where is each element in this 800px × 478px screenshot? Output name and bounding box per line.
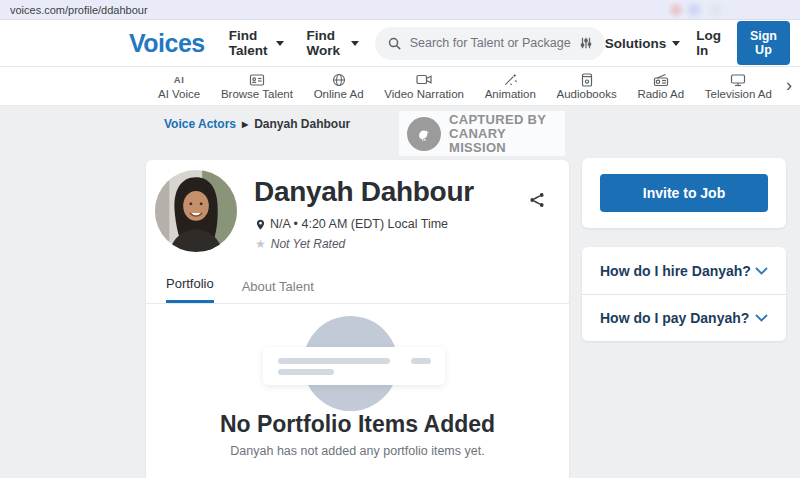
star-icon: ★	[255, 237, 266, 251]
voices-profile-page: voices.com/profile/ddahbour Voices Find …	[0, 0, 800, 478]
category-animation[interactable]: Animation	[485, 72, 536, 100]
search-bar[interactable]	[375, 27, 605, 60]
filter-sliders-icon[interactable]	[579, 36, 593, 50]
rating-line: ★ Not Yet Rated	[255, 237, 345, 251]
voices-logo[interactable]: Voices	[129, 29, 205, 58]
ai-voice-icon: AI	[174, 72, 185, 87]
tab-about-talent[interactable]: About Talent	[242, 279, 314, 303]
breadcrumb: Voice Actors ▶ Danyah Dahbour	[164, 117, 350, 131]
radio-icon	[653, 72, 669, 87]
category-radio-ad[interactable]: Radio Ad	[637, 72, 684, 100]
category-television-ad[interactable]: Television Ad	[705, 72, 772, 100]
caret-down-icon	[351, 41, 359, 46]
book-icon	[581, 72, 593, 87]
location-pin-icon	[255, 218, 266, 231]
watermark-line1: CAPTURED BY	[449, 113, 557, 127]
browser-url-bar[interactable]: voices.com/profile/ddahbour	[0, 0, 800, 20]
empty-state-subtitle: Danyah has not added any portfolio items…	[146, 444, 569, 458]
breadcrumb-current: Danyah Dahbour	[254, 117, 350, 131]
faq-card: How do I hire Danyah? How do I pay Danya…	[582, 247, 786, 341]
sign-up-button[interactable]: Sign Up	[737, 21, 790, 65]
empty-state-title: No Portfolio Items Added	[146, 411, 569, 438]
share-icon[interactable]	[529, 192, 545, 208]
talent-name: Danyah Dahbour	[254, 176, 474, 208]
globe-icon	[332, 72, 346, 87]
url-text[interactable]: voices.com/profile/ddahbour	[10, 4, 148, 16]
chevron-right-icon[interactable]: ›	[786, 76, 792, 96]
invite-card: Invite to Job	[582, 158, 786, 228]
breadcrumb-voice-actors[interactable]: Voice Actors	[164, 117, 236, 131]
faq-how-do-i-pay[interactable]: How do I pay Danyah?	[582, 294, 786, 341]
site-header: Voices Find Talent Find Work	[0, 20, 800, 67]
avatar[interactable]	[155, 170, 237, 252]
id-card-icon	[249, 72, 265, 87]
profile-tabs: Portfolio About Talent	[146, 272, 569, 304]
category-online-ad[interactable]: Online Ad	[314, 72, 364, 100]
caret-down-icon	[672, 41, 680, 46]
category-ai-voice[interactable]: AI AI Voice	[158, 72, 200, 100]
chevron-down-icon	[755, 314, 768, 322]
category-video-narration[interactable]: Video Narration	[384, 72, 464, 100]
search-icon	[387, 36, 402, 51]
header-right: Solutions Log In Sign Up	[605, 21, 800, 65]
watermark-line2: CANARY MISSION	[449, 127, 557, 155]
nav-find-work[interactable]: Find Work	[306, 28, 358, 58]
breadcrumb-separator-icon: ▶	[242, 120, 248, 129]
location-line: N/A • 4:20 AM (EDT) Local Time	[255, 217, 448, 231]
profile-card: Danyah Dahbour N/A • 4:20 AM (EDT) Local…	[146, 160, 569, 478]
caret-down-icon	[276, 41, 284, 46]
category-browse-talent[interactable]: Browse Talent	[221, 72, 293, 100]
search-input[interactable]	[410, 36, 571, 50]
captured-by-canary-mission-watermark: CAPTURED BY CANARY MISSION	[399, 111, 565, 156]
nav-find-talent[interactable]: Find Talent	[229, 28, 285, 58]
log-in-link[interactable]: Log In	[696, 28, 721, 58]
faq-how-do-i-hire[interactable]: How do I hire Danyah?	[582, 247, 786, 294]
tab-portfolio[interactable]: Portfolio	[166, 276, 214, 303]
browser-extension-smudges	[668, 0, 728, 20]
video-camera-icon	[416, 72, 432, 87]
nav-solutions[interactable]: Solutions	[605, 36, 681, 51]
empty-state-placeholder-card	[263, 347, 445, 385]
top-nav: Find Talent Find Work	[229, 28, 359, 58]
category-audiobooks[interactable]: Audiobooks	[557, 72, 617, 100]
chevron-down-icon	[755, 267, 768, 275]
category-nav: AI AI Voice Browse Talent	[0, 67, 800, 106]
tv-icon	[730, 72, 746, 87]
canary-bird-icon	[407, 117, 441, 151]
magic-wand-icon	[503, 72, 518, 87]
invite-to-job-button[interactable]: Invite to Job	[600, 174, 768, 212]
